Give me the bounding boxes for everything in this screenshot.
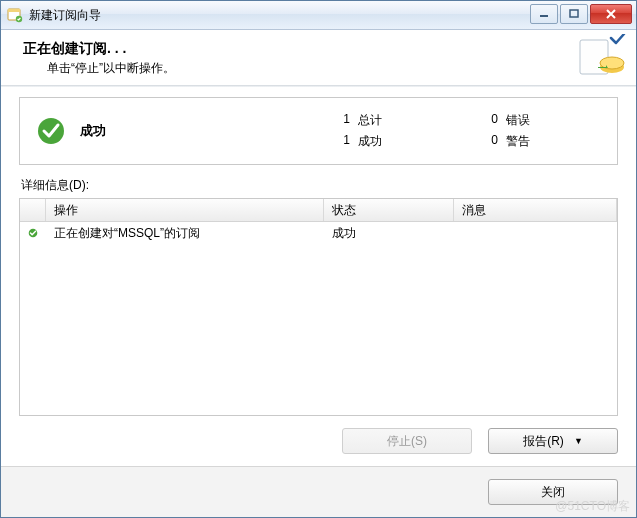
stop-button-label: 停止(S) xyxy=(387,433,427,450)
stat-success-n: 1 xyxy=(330,133,350,150)
titlebar[interactable]: 新建订阅向导 xyxy=(1,1,636,30)
stat-warn-label: 警告 xyxy=(506,133,530,150)
details-table: 操作 状态 消息 正在创建对“MSSQL”的订阅 成功 xyxy=(19,198,618,416)
col-status[interactable]: 状态 xyxy=(324,199,454,221)
stat-total-n: 1 xyxy=(330,112,350,129)
header-icon xyxy=(578,34,626,78)
success-icon xyxy=(36,116,66,146)
svg-point-8 xyxy=(38,118,64,144)
stat-error-n: 0 xyxy=(478,112,498,129)
maximize-button[interactable] xyxy=(560,4,588,24)
page-subtitle: 单击“停止”以中断操作。 xyxy=(47,60,175,77)
summary-panel: 成功 1 总计 0 错误 1 成功 0 警告 xyxy=(19,97,618,165)
report-button[interactable]: 报告(R) ▼ xyxy=(488,428,618,454)
stat-error-label: 错误 xyxy=(506,112,530,129)
summary-stats: 1 总计 0 错误 1 成功 0 警告 xyxy=(330,112,530,150)
stat-success-label: 成功 xyxy=(358,133,382,150)
details-label: 详细信息(D): xyxy=(21,177,618,194)
col-icon[interactable] xyxy=(20,199,46,221)
svg-rect-4 xyxy=(570,10,578,17)
report-button-label: 报告(R) xyxy=(523,433,564,450)
row-status-icon xyxy=(20,226,46,240)
body: 成功 1 总计 0 错误 1 成功 0 警告 详细信息(D): 操作 状态 消息 xyxy=(1,87,636,466)
stop-button: 停止(S) xyxy=(342,428,472,454)
window-buttons xyxy=(530,4,632,24)
summary-status: 成功 xyxy=(80,122,330,140)
header: 正在创建订阅. . . 单击“停止”以中断操作。 xyxy=(1,30,636,85)
close-button[interactable] xyxy=(590,4,632,24)
col-operation[interactable]: 操作 xyxy=(46,199,324,221)
page-title: 正在创建订阅. . . xyxy=(23,40,175,58)
window-title: 新建订阅向导 xyxy=(29,7,101,24)
svg-rect-1 xyxy=(8,9,20,12)
minimize-button[interactable] xyxy=(530,4,558,24)
table-row[interactable]: 正在创建对“MSSQL”的订阅 成功 xyxy=(20,222,617,244)
app-icon xyxy=(7,7,23,23)
col-message[interactable]: 消息 xyxy=(454,199,617,221)
wizard-window: 新建订阅向导 正在创建订阅. . . 单击“停止”以中断操作。 xyxy=(0,0,637,518)
footer: 关闭 xyxy=(1,466,636,517)
chevron-down-icon: ▼ xyxy=(574,436,583,446)
row-operation: 正在创建对“MSSQL”的订阅 xyxy=(46,225,324,242)
close-dialog-label: 关闭 xyxy=(541,484,565,501)
action-row: 停止(S) 报告(R) ▼ xyxy=(19,416,618,466)
close-dialog-button[interactable]: 关闭 xyxy=(488,479,618,505)
stat-warn-n: 0 xyxy=(478,133,498,150)
stat-total-label: 总计 xyxy=(358,112,382,129)
table-header: 操作 状态 消息 xyxy=(20,199,617,222)
row-status: 成功 xyxy=(324,225,454,242)
